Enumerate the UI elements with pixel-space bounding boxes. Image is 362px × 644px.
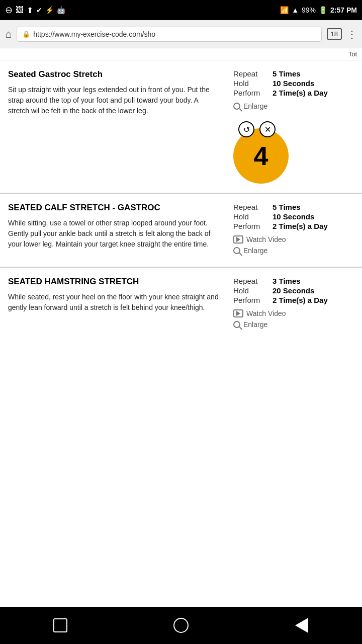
exercise-name-1: Seated Gastroc Stretch xyxy=(8,69,228,79)
usb-icon: ⚡ xyxy=(45,6,54,14)
image-icon: 🖼 xyxy=(16,6,24,15)
exercise-card-seated-gastroc-stretch: Seated Gastroc Stretch Sit up straight w… xyxy=(0,60,362,194)
enlarge-link-1[interactable]: Enlarge xyxy=(233,102,354,110)
check-icon: ✔ xyxy=(36,6,42,14)
back-icon xyxy=(295,618,308,633)
exercise-right-1: Repeat 5 Times Hold 10 Seconds Perform 2… xyxy=(233,69,354,184)
circle-icon xyxy=(173,618,189,633)
signal-icon: 📶 xyxy=(280,6,289,14)
exercise-left-2: SEATED CALF STRETCH - GASTROC While sitt… xyxy=(8,203,233,250)
enlarge-link-2[interactable]: Enlarge xyxy=(233,247,354,255)
watch-video-link-2[interactable]: Watch Video xyxy=(233,235,354,244)
repeat-row-3: Repeat 3 Times xyxy=(233,277,354,285)
repeat-row-1: Repeat 5 Times xyxy=(233,69,354,78)
battery-percent: 99% xyxy=(302,6,316,14)
exercise-right-3: Repeat 3 Times Hold 20 Seconds Perform 2… xyxy=(233,277,354,332)
exercise-name-2: SEATED CALF STRETCH - GASTROC xyxy=(8,203,228,213)
recent-apps-button[interactable] xyxy=(50,615,70,635)
square-icon xyxy=(53,618,67,632)
play-triangle-2 xyxy=(236,237,240,242)
time: 2:57 PM xyxy=(330,6,357,14)
url-bar[interactable]: 🔒 https://www.my-exercise-code.com/sho xyxy=(17,27,321,42)
upload-icon: ⬆ xyxy=(27,6,33,15)
counter-icons-1: ↺ ✕ xyxy=(238,121,294,137)
play-icon-3 xyxy=(233,309,243,317)
play-triangle-3 xyxy=(236,311,240,316)
perform-row-3: Perform 2 Time(s) a Day xyxy=(233,296,354,304)
enlarge-icon-1 xyxy=(233,103,240,110)
exercise-description-1: Sit up straight with your legs extended … xyxy=(8,85,219,116)
hold-row-1: Hold 10 Seconds xyxy=(233,79,354,88)
enlarge-icon-2 xyxy=(233,247,240,254)
lock-icon: 🔒 xyxy=(22,30,30,38)
home-icon[interactable]: ⌂ xyxy=(5,28,12,41)
battery-icon: 🔋 xyxy=(319,6,327,14)
exercise-left-1: Seated Gastroc Stretch Sit up straight w… xyxy=(8,69,233,116)
repeat-row-2: Repeat 5 Times xyxy=(233,203,354,211)
android-icon: 🤖 xyxy=(57,6,65,14)
play-icon-2 xyxy=(233,235,243,244)
hold-row-2: Hold 10 Seconds xyxy=(233,212,354,221)
status-icons-right: 📶 ▲ 99% 🔋 2:57 PM xyxy=(280,6,357,14)
exercise-info-1: Repeat 5 Times Hold 10 Seconds Perform 2… xyxy=(233,69,354,97)
exercise-name-3: SEATED HAMSTRING STRETCH xyxy=(8,277,228,287)
watch-video-link-3[interactable]: Watch Video xyxy=(233,309,354,317)
browser-bar: ⌂ 🔒 https://www.my-exercise-code.com/sho… xyxy=(0,20,362,48)
action-links-1: Enlarge xyxy=(233,102,354,110)
minus-circle-icon: ⊖ xyxy=(5,5,13,16)
exercise-left-3: SEATED HAMSTRING STRETCH While seated, r… xyxy=(8,277,233,313)
tab-count[interactable]: 18 xyxy=(327,28,342,40)
enlarge-icon-3 xyxy=(233,321,240,328)
bottom-nav xyxy=(0,607,362,644)
counter-close-icon[interactable]: ✕ xyxy=(259,121,276,137)
exercise-card-seated-calf-stretch: SEATED CALF STRETCH - GASTROC While sitt… xyxy=(0,194,362,268)
url-text: https://www.my-exercise-code.com/sho xyxy=(33,30,155,38)
exercise-info-3: Repeat 3 Times Hold 20 Seconds Perform 2… xyxy=(233,277,354,304)
hold-row-3: Hold 20 Seconds xyxy=(233,286,354,295)
exercise-description-2: While sitting, use a towel or other stra… xyxy=(8,218,219,250)
exercise-right-2: Repeat 5 Times Hold 10 Seconds Perform 2… xyxy=(233,203,354,258)
menu-dots-icon[interactable]: ⋮ xyxy=(347,28,357,40)
action-links-3: Watch Video Enlarge xyxy=(233,309,354,329)
exercise-description-3: While seated, rest your heel on the floo… xyxy=(8,292,219,313)
home-button[interactable] xyxy=(171,615,191,635)
status-bar: ⊖ 🖼 ⬆ ✔ ⚡ 🤖 📶 ▲ 99% 🔋 2:57 PM xyxy=(0,0,362,20)
exercise-card-seated-hamstring-stretch: SEATED HAMSTRING STRETCH While seated, r… xyxy=(0,268,362,341)
exercise-info-2: Repeat 5 Times Hold 10 Seconds Perform 2… xyxy=(233,203,354,230)
enlarge-link-3[interactable]: Enlarge xyxy=(233,320,354,329)
status-icons-left: ⊖ 🖼 ⬆ ✔ ⚡ 🤖 xyxy=(5,5,65,16)
back-button[interactable] xyxy=(292,615,312,635)
perform-row-2: Perform 2 Time(s) a Day xyxy=(233,222,354,230)
action-links-2: Watch Video Enlarge xyxy=(233,235,354,255)
counter-widget-1: ↺ ✕ 4 xyxy=(233,116,289,184)
tot-bar: Tot xyxy=(0,48,362,60)
perform-row-1: Perform 2 Time(s) a Day xyxy=(233,89,354,97)
counter-reset-icon[interactable]: ↺ xyxy=(238,121,254,137)
wifi-icon: ▲ xyxy=(292,6,299,14)
content-area: Tot Seated Gastroc Stretch Sit up straig… xyxy=(0,48,362,341)
